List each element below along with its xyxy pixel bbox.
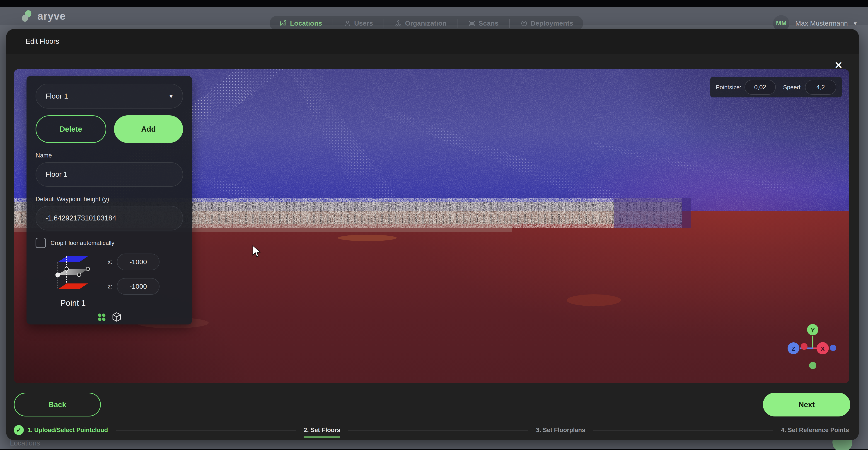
edit-floors-modal: Edit Floors ✕ — [6, 29, 859, 440]
locations-icon — [280, 20, 287, 27]
step-label: 2. Set Floors — [304, 427, 340, 438]
step-label: 4. Set Reference Points — [781, 427, 849, 434]
add-floor-button[interactable]: Add — [114, 115, 183, 143]
scans-icon — [468, 20, 476, 27]
crop-cube-widget[interactable] — [54, 253, 92, 293]
pointsize-label: Pointsize: — [716, 84, 741, 91]
x-label: x: — [105, 259, 113, 266]
axis-neg-z-handle — [830, 344, 836, 351]
z-label: z: — [105, 283, 113, 290]
nav-label: Users — [354, 20, 373, 27]
nav-separator — [383, 19, 384, 28]
modal-header: Edit Floors — [6, 29, 859, 54]
nav-label: Deployments — [531, 20, 573, 27]
nav-item-users[interactable]: Users — [344, 20, 373, 27]
cube-handle-active — [56, 273, 60, 277]
cube-handle — [65, 267, 68, 271]
name-label: Name — [36, 152, 183, 159]
cube-handle — [86, 267, 90, 271]
step-3-set-floorplans[interactable]: 3. Set Floorplans — [536, 427, 586, 434]
delete-floor-button[interactable]: Delete — [36, 115, 106, 143]
viewport-settings: Pointsize: 0,02 Speed: 4,2 — [710, 77, 842, 97]
user-name: Max Mustermann — [795, 20, 848, 27]
breadcrumb: Locations — [10, 439, 40, 447]
check-icon: ✓ — [14, 425, 24, 435]
back-button[interactable]: Back — [14, 393, 101, 417]
next-button[interactable]: Next — [763, 393, 850, 417]
z-input[interactable]: -1000 — [117, 278, 159, 295]
nav-separator — [457, 19, 458, 28]
cube-handle — [77, 273, 81, 277]
nav-label: Scans — [478, 20, 498, 27]
nav-item-scans[interactable]: Scans — [468, 20, 498, 27]
step-connector — [348, 430, 528, 430]
pointsize-input[interactable]: 0,02 — [745, 80, 776, 95]
nav-item-deployments[interactable]: Deployments — [520, 20, 573, 27]
floor-select-value: Floor 1 — [45, 92, 68, 100]
chevron-down-icon[interactable]: ▾ — [854, 20, 857, 27]
step-connector — [116, 430, 296, 430]
svg-text:Y: Y — [811, 327, 815, 334]
users-icon — [344, 20, 351, 27]
step-label: 3. Set Floorplans — [536, 427, 586, 434]
nav-separator — [509, 19, 509, 28]
wizard-steps: ✓ 1. Upload/Select Pointcloud 2. Set Flo… — [14, 423, 849, 437]
svg-text:Z: Z — [792, 345, 795, 352]
floor-select[interactable]: Floor 1 ▾ — [36, 84, 183, 109]
step-connector — [593, 430, 773, 430]
chevron-down-icon: ▾ — [169, 92, 173, 100]
axis-neg-y-handle — [809, 362, 816, 369]
cube-3d-icon[interactable] — [111, 311, 122, 323]
floor-panel: Floor 1 ▾ Delete Add Name Floor 1 Defaul… — [27, 76, 192, 325]
nav-item-organization[interactable]: Organization — [395, 20, 446, 27]
waypoint-height-label: Default Waypoint height (y) — [36, 196, 183, 203]
step-label: 1. Upload/Select Pointcloud — [27, 427, 108, 434]
speed-input[interactable]: 4,2 — [805, 80, 836, 95]
top-bar: aryve Locations Users Organization — [0, 7, 868, 25]
deployments-icon — [520, 20, 528, 27]
brand-logo[interactable]: aryve — [19, 7, 66, 25]
aryve-logo-icon — [19, 9, 34, 23]
nav-item-locations[interactable]: Locations — [280, 20, 322, 27]
nav-label: Locations — [290, 20, 322, 27]
mouse-cursor — [252, 245, 262, 258]
brand-name: aryve — [37, 10, 66, 22]
axis-gizmo[interactable]: Y Z X — [783, 320, 842, 383]
speed-label: Speed: — [783, 84, 802, 91]
waypoint-height-input[interactable]: -1,6429217310103184 — [36, 206, 183, 231]
axis-neg-x-handle — [801, 343, 807, 350]
step-1-upload-pointcloud[interactable]: ✓ 1. Upload/Select Pointcloud — [14, 425, 108, 435]
x-input[interactable]: -1000 — [117, 253, 159, 270]
main-nav: Locations Users Organization Scans — [270, 16, 583, 31]
step-2-set-floors[interactable]: 2. Set Floors — [304, 427, 340, 434]
point-label: Point 1 — [54, 298, 92, 308]
organization-icon — [395, 20, 402, 27]
nav-label: Organization — [405, 20, 446, 27]
modal-title: Edit Floors — [26, 37, 59, 46]
svg-text:X: X — [820, 345, 825, 352]
crop-floor-checkbox[interactable] — [36, 238, 46, 248]
name-input[interactable]: Floor 1 — [36, 162, 183, 187]
nav-separator — [333, 19, 333, 28]
step-4-set-reference-points[interactable]: 4. Set Reference Points — [781, 427, 849, 434]
crop-floor-label: Crop Floor automatically — [51, 240, 115, 246]
grid-dots-icon[interactable] — [97, 312, 106, 322]
